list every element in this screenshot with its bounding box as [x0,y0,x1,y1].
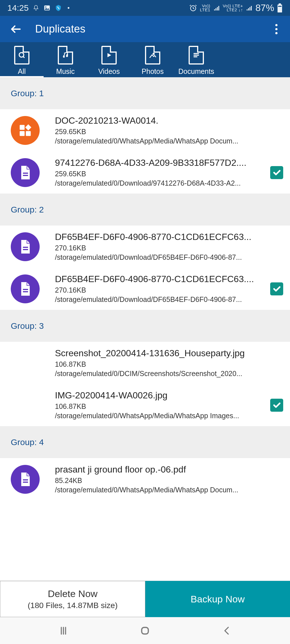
more-notifications-dot [68,7,69,9]
tab-label: Photos [142,67,164,76]
svg-rect-32 [142,627,148,634]
svg-rect-13 [278,6,282,7]
svg-rect-31 [23,482,28,483]
selected-checkbox[interactable] [270,399,283,412]
backup-button[interactable]: Backup Now [145,581,290,617]
file-item[interactable]: DOC-20210213-WA0014.259.65KB/storage/emu… [0,109,290,151]
group-header: Group: 1 [0,77,290,109]
file-path: /storage/emulated/0/Download/DF65B4EF-D6… [55,295,267,304]
document-icon [189,46,204,65]
all-icon [14,46,29,65]
svg-rect-12 [278,5,282,12]
page-title: Duplicates [35,23,270,35]
tab-photos[interactable]: Photos [131,42,174,77]
svg-point-18 [63,56,65,58]
svg-point-19 [66,55,68,57]
file-size: 270.16KB [55,286,267,294]
file-path: /storage/emulated/0/WhatsApp/Media/Whats… [55,412,267,420]
file-size: 259.65KB [55,128,267,136]
app-bar: Duplicates [0,16,290,42]
tab-label: Documents [178,67,214,76]
file-type-icon [11,465,40,494]
file-type-icon [11,158,40,187]
battery-percent: 87% [255,3,274,13]
file-thumbnail [11,349,40,377]
svg-rect-5 [217,7,218,10]
svg-rect-3 [214,9,215,10]
selected-checkbox[interactable] [270,282,283,295]
svg-point-20 [153,53,154,55]
file-name: IMG-20200414-WA0026.jpg [55,390,267,401]
svg-rect-28 [23,289,28,290]
tab-label: Videos [98,67,120,76]
delete-button[interactable]: Delete Now (180 Files, 14.87MB size) [0,581,145,617]
group-header: Group: 4 [0,426,290,458]
file-size: 106.87KB [55,360,267,368]
file-path: /storage/emulated/0/WhatsApp/Media/Whats… [55,486,267,494]
svg-rect-30 [23,479,28,480]
svg-point-17 [19,53,24,57]
file-path: /storage/emulated/0/Download/DF65B4EF-D6… [55,253,267,261]
android-back-button[interactable] [219,623,234,639]
file-item[interactable]: IMG-20200414-WA0026.jpg106.87KB/storage/… [0,384,290,426]
svg-point-14 [275,24,278,26]
file-path: /storage/emulated/0/Download/97412276-D6… [55,179,267,187]
tab-videos[interactable]: Videos [87,42,131,77]
overflow-menu-button[interactable] [270,20,283,38]
clock: 14:25 [7,3,29,13]
delete-label: Delete Now [48,588,98,599]
file-type-icon [11,274,40,303]
delete-sublabel: (180 Files, 14.87MB size) [28,601,118,610]
app-notification-icon [55,4,62,12]
svg-rect-4 [216,8,216,10]
file-name: Screenshot_20200414-131636_Houseparty.jp… [55,348,267,359]
tab-all[interactable]: All [0,42,44,77]
file-size: 270.16KB [55,244,267,252]
file-name: 97412276-D68A-4D33-A209-9B3318F577D2.... [55,158,267,168]
alarm-icon [189,4,197,12]
duplicates-list[interactable]: Group: 1DOC-20210213-WA0014.259.65KB/sto… [0,77,290,581]
svg-point-15 [275,28,278,30]
file-item[interactable]: Screenshot_20200414-131636_Houseparty.jp… [0,342,290,384]
selected-checkbox[interactable] [270,166,283,179]
group-header: Group: 3 [0,310,290,342]
file-item[interactable]: DF65B4EF-D6F0-4906-8770-C1CD61ECFC63...2… [0,226,290,268]
file-name: DF65B4EF-D6F0-4906-8770-C1CD61ECFC63... [55,232,267,242]
svg-rect-10 [251,6,252,10]
file-thumbnail [11,391,40,420]
home-button[interactable] [137,623,153,639]
tab-music[interactable]: Music [44,42,87,77]
svg-rect-9 [250,7,250,10]
svg-rect-22 [20,131,25,136]
file-size: 106.87KB [55,402,267,411]
file-item[interactable]: DF65B4EF-D6F0-4906-8770-C1CD61ECFC63....… [0,268,290,310]
file-size: 85.24KB [55,476,267,485]
photo-icon [145,46,160,65]
svg-rect-11 [279,3,281,5]
file-name: DOC-20210213-WA0014. [55,115,267,126]
group-header: Group: 2 [0,194,290,226]
svg-point-16 [275,32,278,34]
file-path: /storage/emulated/0/WhatsApp/Media/Whats… [55,137,267,145]
file-item[interactable]: prasant ji ground floor op.-06.pdf85.24K… [0,458,290,500]
backup-label: Backup Now [191,594,245,605]
svg-rect-27 [23,249,28,250]
signal1-icon [213,5,220,11]
action-footer: Delete Now (180 Files, 14.87MB size) Bac… [0,581,290,617]
file-type-icon [11,232,40,261]
back-button[interactable] [7,20,25,38]
file-item[interactable]: 97412276-D68A-4D33-A209-9B3318F577D2....… [0,151,290,194]
recents-button[interactable] [56,623,71,639]
tab-label: Music [56,67,74,76]
tab-documents[interactable]: Documents [174,42,218,77]
file-path: /storage/emulated/0/DCIM/Screenshots/Scr… [55,370,267,378]
signal2-icon [246,5,253,11]
svg-point-1 [45,7,46,8]
svg-rect-7 [247,9,248,10]
svg-rect-29 [23,291,28,292]
status-bar: 14:25 Vo))LTE1 Vo)) LTE+LTE2 ↓↑ 87% [0,0,290,16]
sim2-label: Vo)) LTE+LTE2 ↓↑ [223,4,243,12]
file-name: DF65B4EF-D6F0-4906-8770-C1CD61ECFC63.... [55,274,267,284]
video-icon [101,46,117,65]
gallery-icon [43,4,51,12]
